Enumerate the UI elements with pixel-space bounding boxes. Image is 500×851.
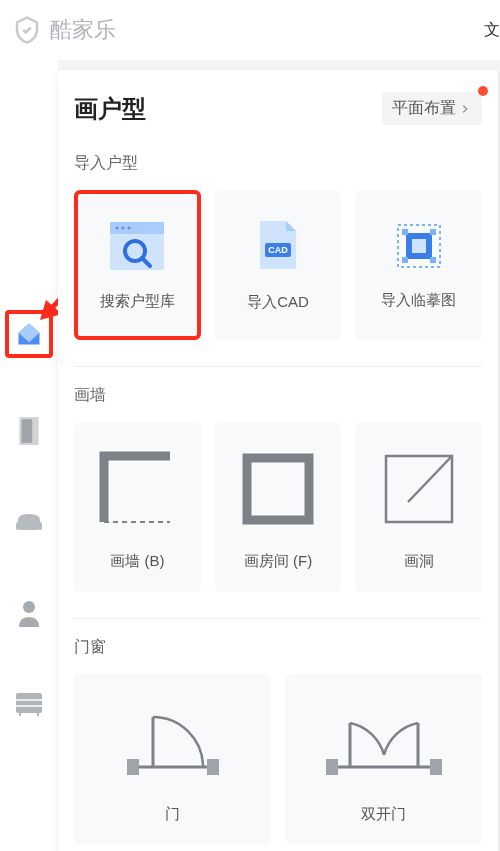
card-label: 门 xyxy=(165,805,180,824)
svg-rect-8 xyxy=(19,713,21,716)
search-window-icon xyxy=(108,220,166,272)
section-title-wall: 画墙 xyxy=(74,385,482,406)
card-draw-hole[interactable]: 画洞 xyxy=(355,422,482,592)
sidebar-item-door[interactable] xyxy=(11,413,47,449)
card-label: 导入临摹图 xyxy=(381,291,456,310)
main-panel: 画户型 平面布置 导入户型 搜索户型库 xyxy=(58,70,498,851)
svg-point-14 xyxy=(116,226,119,229)
panel-title: 画户型 xyxy=(74,93,146,125)
card-double-door[interactable]: 双开门 xyxy=(285,674,482,844)
cabinet-icon xyxy=(15,692,43,716)
wall-grid: 画墙 (B) 画房间 (F) 画洞 xyxy=(74,422,482,592)
svg-rect-26 xyxy=(402,257,408,263)
svg-rect-34 xyxy=(207,759,219,775)
app-logo: 酷家乐 xyxy=(12,15,116,45)
card-label: 画洞 xyxy=(404,552,434,571)
svg-rect-38 xyxy=(430,759,442,775)
card-single-door[interactable]: 门 xyxy=(74,674,271,844)
divider xyxy=(74,618,482,619)
card-label: 画房间 (F) xyxy=(244,552,312,571)
sidebar-item-user[interactable] xyxy=(11,595,47,631)
import-grid: 搜索户型库 CAD 导入CAD 导入临摹图 xyxy=(74,190,482,340)
svg-rect-29 xyxy=(247,458,309,520)
card-label: 搜索户型库 xyxy=(100,292,175,311)
svg-point-16 xyxy=(128,226,131,229)
app-name: 酷家乐 xyxy=(50,15,116,45)
card-import-cad[interactable]: CAD 导入CAD xyxy=(215,190,342,340)
divider xyxy=(74,366,482,367)
svg-rect-2 xyxy=(16,522,20,530)
top-bar: 酷家乐 文 xyxy=(0,0,500,60)
svg-rect-37 xyxy=(326,759,338,775)
sidebar-item-floorplan[interactable] xyxy=(5,310,53,358)
double-door-icon xyxy=(314,695,454,785)
layout-mode-button[interactable]: 平面布置 xyxy=(382,92,482,125)
card-label: 导入CAD xyxy=(247,293,309,312)
sofa-icon xyxy=(14,510,44,534)
svg-text:CAD: CAD xyxy=(268,245,288,255)
card-search-library[interactable]: 搜索户型库 xyxy=(74,190,201,340)
card-draw-wall[interactable]: 画墙 (B) xyxy=(74,422,201,592)
sidebar-item-cabinet[interactable] xyxy=(11,686,47,722)
svg-rect-33 xyxy=(127,759,139,775)
section-title-import: 导入户型 xyxy=(74,153,482,174)
svg-rect-1 xyxy=(22,419,33,443)
card-label: 双开门 xyxy=(361,805,406,824)
svg-rect-23 xyxy=(412,239,426,253)
svg-point-4 xyxy=(23,601,35,613)
card-import-trace[interactable]: 导入临摹图 xyxy=(355,190,482,340)
svg-rect-27 xyxy=(430,257,436,263)
svg-rect-24 xyxy=(402,229,408,235)
topbar-right-label[interactable]: 文 xyxy=(484,20,500,41)
hole-icon xyxy=(374,444,464,534)
svg-line-31 xyxy=(408,456,452,502)
single-door-icon xyxy=(113,695,233,785)
svg-rect-25 xyxy=(430,229,436,235)
wall-icon xyxy=(92,444,182,534)
svg-rect-3 xyxy=(38,522,42,530)
door-grid: 门 双开门 xyxy=(74,674,482,844)
room-icon xyxy=(233,444,323,534)
trace-image-icon xyxy=(394,221,444,271)
chevron-right-icon xyxy=(458,102,472,116)
svg-rect-9 xyxy=(37,713,39,716)
person-icon xyxy=(17,599,41,627)
svg-rect-5 xyxy=(16,693,42,713)
section-title-door: 门窗 xyxy=(74,637,482,658)
cad-file-icon: CAD xyxy=(256,219,300,273)
svg-point-15 xyxy=(122,226,125,229)
house-icon xyxy=(15,320,43,348)
notification-dot-icon xyxy=(478,86,488,96)
card-draw-room[interactable]: 画房间 (F) xyxy=(215,422,342,592)
sidebar-item-furniture[interactable] xyxy=(11,504,47,540)
door-icon xyxy=(17,416,41,446)
left-toolbar xyxy=(0,60,58,851)
layout-mode-label: 平面布置 xyxy=(392,98,456,119)
card-label: 画墙 (B) xyxy=(110,552,164,571)
shield-icon xyxy=(12,15,42,45)
panel-header: 画户型 平面布置 xyxy=(74,92,482,125)
